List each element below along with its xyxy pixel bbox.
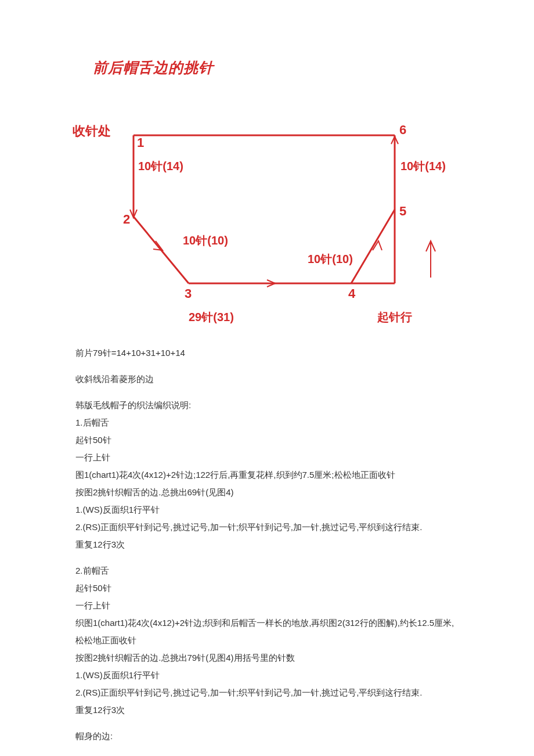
vertex-6: 6 — [399, 123, 406, 137]
text-line: 1.(WS)反面织1行平针 — [75, 667, 459, 684]
vertex-1: 1 — [137, 135, 144, 150]
text-line: 重复12行3次 — [75, 536, 459, 553]
svg-line-4 — [351, 210, 395, 283]
instructions-body: 前片79针=14+10+31+10+14 收斜线沿着菱形的边 韩版毛线帽子的织法… — [75, 344, 459, 745]
text-line: 2.(RS)正面织平针到记号,挑过记号,加一针;织平针到记号,加一针,挑过记号,… — [75, 684, 459, 701]
diagram-title: 前后帽舌边的挑针 — [93, 58, 459, 77]
text-line: 前片79针=14+10+31+10+14 — [75, 344, 459, 362]
right-side-label: 10针(14) — [400, 160, 446, 172]
text-line: 2.前帽舌 — [75, 562, 459, 579]
diagram-container: 收针处 — [75, 89, 459, 339]
vertex-2: 2 — [123, 212, 130, 226]
text-line: 图1(chart1)花4次(4x12)+2针边;122行后,再重复花样,织到约7… — [75, 466, 459, 484]
right-diag-label: 10针(10) — [308, 253, 353, 265]
text-line: 起针50针 — [75, 579, 459, 597]
text-line: 按图2挑针织帽舌的边.总挑出79针(见图4)用括号里的针数 — [75, 649, 459, 667]
text-line: 帽身的边: — [75, 728, 459, 745]
text-line: 重复12行3次 — [75, 701, 459, 719]
text-line: 1.(WS)反面织1行平针 — [75, 501, 459, 519]
text-line: 一行上针 — [75, 597, 459, 614]
vertex-3: 3 — [185, 286, 192, 301]
bottom-label: 29针(31) — [189, 311, 234, 323]
text-line: 收斜线沿着菱形的边 — [75, 370, 459, 388]
text-line: 1.后帽舌 — [75, 414, 459, 431]
text-line: 起针50针 — [75, 431, 459, 449]
vertex-4: 4 — [348, 286, 356, 301]
text-line: 按图2挑针织帽舌的边.总挑出69针(见图4) — [75, 484, 459, 501]
document-page: 前后帽舌边的挑针 收针处 — [0, 0, 534, 756]
cast-on-label: 起针行 — [377, 311, 412, 323]
left-diag-label: 10针(10) — [183, 234, 228, 247]
vertex-5: 5 — [399, 204, 406, 218]
text-line: 一行上针 — [75, 449, 459, 466]
left-side-label: 10针(14) — [138, 160, 183, 172]
text-line: 2.(RS)正面织平针到记号,挑过记号,加一针;织平针到记号,加一针,挑过记号,… — [75, 519, 459, 536]
text-line: 织图1(chart1)花4次(4x12)+2针边;织到和后帽舌一样长的地放,再织… — [75, 614, 459, 649]
knitting-diagram: 1 2 3 4 5 6 10针(14) 10针(10) 29针(31) 10针(… — [75, 89, 470, 339]
text-line: 韩版毛线帽子的织法编织说明: — [75, 397, 459, 414]
